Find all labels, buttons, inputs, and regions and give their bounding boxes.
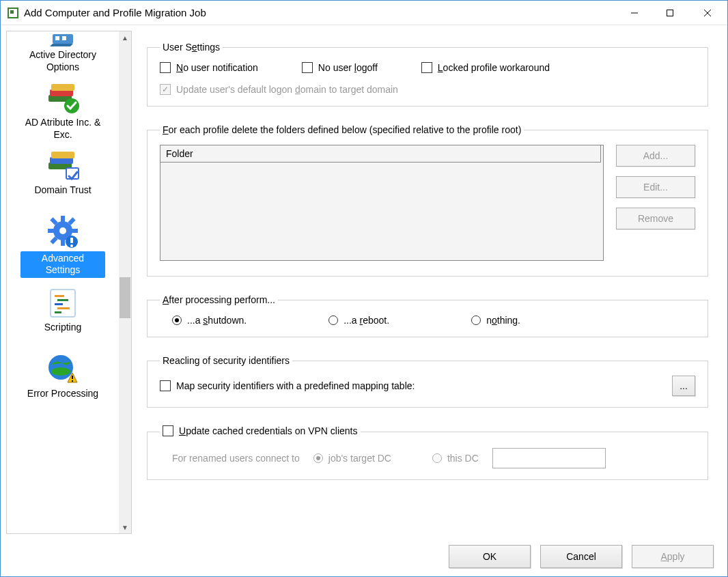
- sidebar: Active Directory Options AD Atribute Inc: [6, 31, 132, 534]
- books-check-icon: [44, 81, 81, 115]
- sidebar-item-label: Error Processing: [27, 388, 98, 400]
- minimize-button[interactable]: [617, 1, 652, 25]
- group-after-processing: After processing perform... ...a shutdow…: [147, 294, 708, 337]
- svg-point-16: [59, 227, 66, 234]
- browse-mapping-button[interactable]: ...: [672, 376, 695, 396]
- remove-button[interactable]: Remove: [616, 208, 695, 229]
- sidebar-item-label: Scripting: [44, 322, 81, 334]
- radio-target-dc: job's target DC: [313, 453, 391, 464]
- sidebar-item-error-processing[interactable]: Error Processing: [20, 348, 105, 404]
- svg-rect-31: [55, 303, 63, 305]
- group-legend: Update cached credentials on VPN clients: [160, 425, 361, 438]
- group-security-identifiers: Reacling of security identifiers Map sec…: [147, 355, 708, 408]
- svg-rect-9: [51, 84, 74, 91]
- books-shield-icon: [44, 149, 81, 183]
- sidebar-item-domain-trust[interactable]: Domain Trust: [20, 145, 105, 201]
- svg-rect-26: [70, 238, 73, 243]
- main-panel: User Settings No user notification No us…: [137, 31, 722, 534]
- sidebar-item-scripting[interactable]: Scripting: [20, 282, 105, 338]
- svg-rect-17: [61, 216, 65, 223]
- group-legend: For each profile delete the folders defi…: [160, 124, 524, 135]
- maximize-button[interactable]: [652, 1, 688, 25]
- sidebar-item-ad-options[interactable]: Active Directory Options: [20, 31, 105, 77]
- scroll-up-icon[interactable]: ▲: [119, 31, 131, 44]
- checkbox-no-user-notification[interactable]: No user notification: [160, 62, 258, 73]
- svg-rect-18: [61, 239, 65, 246]
- svg-rect-30: [57, 299, 68, 301]
- sidebar-item-label: Domain Trust: [34, 184, 91, 197]
- svg-rect-1: [667, 10, 673, 16]
- group-user-settings: User Settings No user notification No us…: [147, 42, 708, 107]
- this-dc-input[interactable]: [492, 448, 606, 468]
- svg-rect-32: [57, 307, 70, 309]
- sidebar-item-ad-attribute[interactable]: AD Atribute Inc. & Exc.: [20, 77, 105, 145]
- add-button[interactable]: Add...: [616, 145, 695, 167]
- folder-column-header[interactable]: Folder: [160, 145, 601, 163]
- svg-rect-29: [55, 295, 64, 297]
- group-legend: After processing perform...: [160, 294, 278, 305]
- radio-this-dc: this DC: [432, 453, 479, 464]
- app-icon: [8, 8, 18, 18]
- apply-button[interactable]: Apply: [632, 545, 714, 568]
- svg-rect-13: [51, 152, 74, 158]
- group-vpn-credentials: Update cached credentials on VPN clients…: [147, 425, 708, 480]
- checkbox-update-vpn-credentials[interactable]: Update cached credentials on VPN clients: [160, 425, 361, 436]
- group-legend: User Settings: [160, 42, 223, 53]
- radio-reboot[interactable]: ...a reboot.: [328, 315, 389, 326]
- dialog-footer: OK Cancel Apply: [1, 539, 727, 576]
- sidebar-item-advanced-settings[interactable]: Advanced Settings: [20, 212, 105, 282]
- globe-warning-icon: [44, 352, 81, 386]
- window-frame: Add Computer and Profile Migration Job: [0, 0, 728, 577]
- script-icon: [46, 287, 79, 320]
- checkbox-no-user-logoff[interactable]: No user logoff: [302, 62, 378, 73]
- checkbox-locked-profile-workaround[interactable]: Locked profile workaround: [421, 62, 550, 73]
- titlebar: Add Computer and Profile Migration Job: [1, 1, 727, 25]
- svg-rect-33: [55, 311, 61, 313]
- svg-point-27: [70, 244, 73, 247]
- svg-rect-36: [72, 376, 73, 379]
- svg-rect-20: [71, 229, 78, 233]
- svg-rect-5: [55, 36, 59, 40]
- group-legend: Reacling of security identifiers: [160, 355, 292, 366]
- cancel-button[interactable]: Cancel: [540, 545, 622, 568]
- group-delete-folders: For each profile delete the folders defi…: [147, 124, 708, 277]
- sidebar-item-label: Active Directory Options: [20, 49, 105, 73]
- vpn-connect-label: For renamed users connect to: [172, 453, 300, 464]
- checkbox-update-logon-domain: ✓Update user's default logon domain to t…: [160, 84, 398, 95]
- gear-icon: [44, 216, 81, 250]
- close-button[interactable]: [688, 1, 727, 25]
- checkbox-map-sids[interactable]: Map security identifiers with a predefin…: [160, 380, 415, 391]
- svg-rect-19: [48, 229, 55, 233]
- svg-rect-6: [62, 36, 66, 40]
- ok-button[interactable]: OK: [449, 545, 531, 568]
- svg-rect-37: [72, 380, 73, 382]
- scroll-down-icon[interactable]: ▼: [119, 521, 131, 533]
- sidebar-scrollbar[interactable]: ▲ ▼: [119, 31, 131, 533]
- folder-table[interactable]: Folder: [160, 145, 604, 261]
- sidebar-item-label: AD Atribute Inc. & Exc.: [20, 117, 105, 141]
- svg-point-35: [51, 367, 70, 376]
- window-title: Add Computer and Profile Migration Job: [24, 7, 206, 18]
- radio-shutdown[interactable]: ...a shutdown.: [172, 315, 247, 326]
- radio-nothing[interactable]: nothing.: [471, 315, 520, 326]
- scroll-thumb[interactable]: [120, 277, 130, 318]
- edit-button[interactable]: Edit...: [616, 176, 695, 198]
- directory-icon: [47, 34, 79, 48]
- sidebar-item-label: Advanced Settings: [20, 251, 105, 278]
